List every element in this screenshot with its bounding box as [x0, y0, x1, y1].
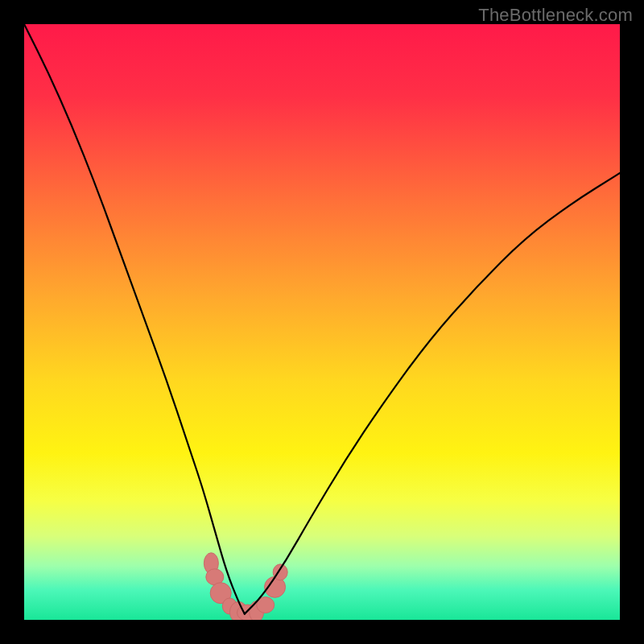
- watermark-text: TheBottleneck.com: [478, 5, 633, 26]
- valley-markers: [204, 553, 287, 620]
- plot-area: [24, 24, 620, 620]
- outer-frame: TheBottleneck.com: [0, 0, 644, 644]
- curve-left-branch: [24, 24, 245, 614]
- curve-right-branch: [245, 173, 620, 614]
- curve-layer: [24, 24, 620, 620]
